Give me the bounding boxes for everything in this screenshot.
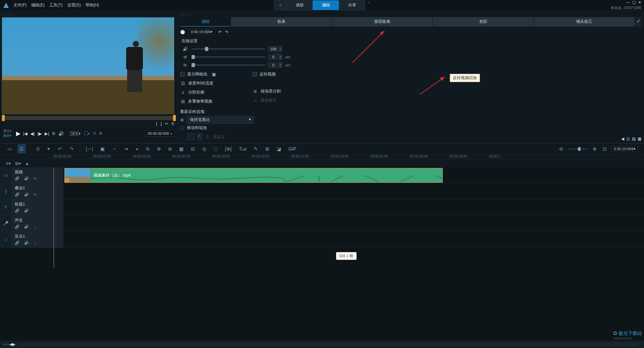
track-mute-icon[interactable]: 🔊 — [24, 176, 29, 181]
track-mute-icon[interactable]: 🔊 — [24, 225, 29, 229]
track-link-icon[interactable]: 🔗 — [15, 192, 19, 197]
voice-track-icon[interactable]: 🎤 — [0, 216, 11, 231]
track-up-button[interactable]: ▲ — [25, 161, 30, 166]
split-audio-button[interactable]: ♫分割音频 — [180, 90, 216, 95]
tool-stretch-button[interactable]: ↔ — [111, 145, 118, 153]
zoom-out-button[interactable]: ⊖ — [558, 145, 565, 153]
pan-zoom-radio[interactable] — [180, 126, 184, 130]
grid-icon[interactable]: ▦ — [212, 72, 216, 77]
tool-crop-button[interactable]: ▣ — [99, 145, 106, 153]
video-clip[interactable]: 视频素材（总）.mp4 🔊 — [64, 168, 443, 183]
tab-home[interactable]: ⌂ — [274, 0, 286, 10]
drag-handle-icon[interactable]: :::::::: — [180, 12, 642, 16]
tab-capture[interactable]: 捕获 — [287, 0, 313, 10]
fadein-slider[interactable] — [192, 56, 265, 58]
tool-3d-button[interactable]: ▦ — [178, 145, 185, 153]
split-icon[interactable]: ✂ — [165, 121, 168, 126]
go-end-button[interactable]: ▶| — [45, 131, 49, 136]
panel-collapse-icon[interactable]: ◀ — [621, 136, 624, 141]
play-button[interactable]: ▶ — [16, 130, 20, 137]
maximize-button[interactable]: ▢ — [632, 0, 636, 5]
tool-sync-button[interactable]: ⊕ — [156, 145, 162, 153]
track-expand-icon[interactable]: ⌄ — [34, 241, 37, 245]
video-track-icon[interactable]: ▭ — [0, 167, 11, 183]
tool-gif-button[interactable]: GIF — [287, 145, 298, 153]
undo-button[interactable]: ↶ — [57, 145, 63, 153]
loop-button[interactable]: ↻ — [52, 131, 56, 136]
fadeout-input[interactable]: ▲▼ — [268, 62, 282, 68]
track-link-icon[interactable]: 🔗 — [15, 209, 19, 213]
drag-handle-icon[interactable]: :::::::: — [2, 12, 176, 16]
tool-audio-button[interactable]: ılı — [145, 145, 151, 153]
menu-help[interactable]: 帮助(H) — [86, 2, 99, 8]
opt-tab-lens[interactable]: 镜头校正 — [534, 17, 634, 26]
go-start-button[interactable]: |◀ — [23, 131, 28, 136]
mark-out-icon[interactable]: ] — [161, 121, 162, 126]
upload-icon[interactable]: ↑ — [368, 0, 370, 10]
playhead[interactable] — [54, 167, 54, 268]
tab-edit[interactable]: 编辑 — [313, 0, 339, 10]
aspect-ratio-selector[interactable]: 16:9▾ — [70, 132, 80, 135]
timeline-ruler[interactable]: 00:00:00:00 00:00:02:00 00:00:04:00 00:0… — [0, 155, 644, 159]
fadeout-slider[interactable] — [192, 64, 265, 66]
clip-mode-label[interactable]: 素材▾ — [3, 133, 11, 138]
expand-button[interactable]: ⤢ — [635, 17, 642, 26]
video-preview[interactable] — [2, 17, 174, 114]
show-grid-checkbox[interactable]: 显示网格线 ▦ — [180, 71, 216, 77]
opt-tab-face[interactable]: 脸部效果 — [332, 17, 432, 26]
trim-end-handle[interactable] — [173, 115, 176, 121]
record-button[interactable]: ● — [134, 145, 140, 153]
music-track-icon[interactable]: ♪ — [0, 232, 11, 247]
tool-grid-button[interactable]: ⊞ — [264, 145, 271, 153]
menu-edit[interactable]: 编辑(E) — [31, 2, 45, 8]
opt-tab-fx[interactable]: 效果 — [231, 17, 331, 26]
track-link-icon[interactable]: 🔗 — [15, 241, 19, 245]
trim-start-handle[interactable] — [2, 115, 5, 121]
next-frame-button[interactable]: |▶ — [38, 131, 42, 136]
redo-button[interactable]: ↷ — [68, 145, 75, 153]
tool-motion-button[interactable]: [⊕] — [224, 145, 233, 153]
tool-mask-button[interactable]: ◌ — [212, 145, 219, 153]
zoom-slider[interactable] — [568, 149, 588, 150]
prev-frame-button[interactable]: ◀| — [30, 131, 35, 136]
v-toggle[interactable]: V — [93, 131, 96, 136]
zoom-in-button[interactable]: ⊕ — [591, 145, 598, 153]
clip-duration[interactable]: 0:00:19:009♦ — [189, 29, 215, 35]
tool-3dtext-button[interactable]: T₃ᴅ — [237, 145, 248, 153]
trim-bar[interactable] — [2, 116, 176, 120]
opt-tab-color[interactable]: 色彩 — [433, 17, 533, 26]
tool-chroma-button[interactable]: ✎ — [253, 145, 259, 153]
tool-color-button[interactable]: ◪ — [275, 145, 282, 153]
project-mode-label[interactable]: 项目▾ — [3, 129, 11, 133]
panel-layout3-icon[interactable]: ▦ — [638, 136, 641, 141]
overlay-track-icon[interactable]: ▯ — [0, 183, 11, 199]
close-button[interactable]: ✕ — [638, 0, 641, 5]
track-mute-icon[interactable]: 🔊 — [24, 192, 29, 197]
volume-icon[interactable]: 🔊 — [58, 131, 64, 136]
storyboard-view-button[interactable]: ▭ — [6, 145, 13, 153]
menu-settings[interactable]: 设置(S) — [67, 2, 81, 8]
split-by-scene-button[interactable]: ⎚按场景分割 — [253, 89, 281, 94]
scroll-left-button[interactable]: ◀ — [9, 342, 12, 347]
tool-pan-button[interactable]: ⇥ — [123, 145, 129, 153]
keep-aspect-radio[interactable] — [180, 118, 184, 122]
preview-timecode[interactable]: 00:00:00:000♦ — [145, 130, 175, 136]
panel-layout2-icon[interactable]: ▤ — [632, 136, 636, 141]
snapshot-icon[interactable]: ⎘ — [172, 121, 174, 126]
track-fx-icon[interactable]: ※ — [34, 192, 37, 197]
track-menu-button[interactable]: ≡▾ — [6, 161, 11, 166]
multi-trim-button[interactable]: ⊟多重修整视频 — [180, 99, 216, 104]
a-toggle[interactable]: A — [99, 131, 102, 136]
aspect-dropdown[interactable]: 保持宽高比▾ — [187, 116, 254, 124]
minimize-button[interactable]: — — [626, 0, 630, 5]
fadein-input[interactable]: ▲▼ — [268, 54, 282, 60]
tab-share[interactable]: 共享 — [339, 0, 365, 10]
menu-tools[interactable]: 工具(T) — [49, 2, 62, 8]
redo-rotate-icon[interactable]: ↷ — [225, 30, 228, 35]
track-mute-icon[interactable]: 🔊 — [24, 241, 29, 245]
horizontal-scrollbar[interactable] — [19, 343, 637, 346]
volume-input[interactable]: ▲▼ — [268, 46, 282, 52]
scroll-right-button[interactable]: ▶ — [12, 342, 15, 347]
speed-time-button[interactable]: ⊡速度/时间流逝 — [180, 80, 216, 86]
track-mute-icon[interactable]: 🔊 — [24, 209, 29, 213]
